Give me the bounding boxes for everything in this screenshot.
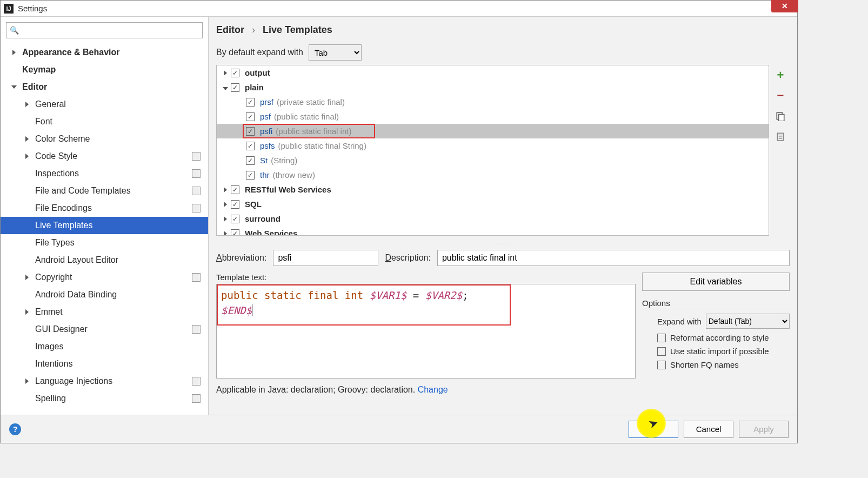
template-group[interactable]: SQL bbox=[217, 197, 769, 211]
template-checkbox[interactable] bbox=[246, 98, 255, 107]
copy-template-button[interactable] bbox=[773, 109, 787, 123]
expand-label: By default expand with bbox=[216, 48, 303, 57]
sidebar-item[interactable]: Android Data Binding bbox=[1, 286, 208, 303]
expand-arrow-icon[interactable] bbox=[220, 200, 231, 209]
template-text-editor[interactable]: public static final int $VAR1$ = $VAR2$;… bbox=[216, 284, 636, 379]
template-item[interactable]: prsf(private static final) bbox=[217, 95, 769, 109]
add-template-button[interactable]: + bbox=[773, 68, 787, 82]
breadcrumb-root: Editor bbox=[216, 24, 244, 36]
project-scope-icon bbox=[192, 273, 201, 282]
sidebar-item[interactable]: Appearance & Behavior bbox=[1, 44, 208, 61]
dialog-footer: ? OK Cancel Apply bbox=[1, 415, 797, 443]
help-button[interactable]: ? bbox=[9, 423, 21, 435]
template-item[interactable]: thr(throw new) bbox=[217, 168, 769, 182]
group-checkbox[interactable] bbox=[231, 83, 239, 92]
sidebar-tree[interactable]: Appearance & BehaviorKeymapEditorGeneral… bbox=[1, 44, 208, 415]
breadcrumb: Editor › Live Templates bbox=[216, 22, 790, 40]
sidebar-item[interactable]: Android Layout Editor bbox=[1, 251, 208, 269]
template-group[interactable]: RESTful Web Services bbox=[217, 182, 769, 197]
ok-button[interactable]: OK bbox=[629, 421, 678, 438]
sidebar-item[interactable]: File and Code Templates bbox=[1, 182, 208, 200]
static-import-label: Use static import if possible bbox=[670, 347, 769, 356]
cancel-button[interactable]: Cancel bbox=[684, 421, 733, 438]
group-checkbox[interactable] bbox=[231, 229, 239, 236]
paste-template-button[interactable] bbox=[773, 130, 787, 144]
template-item[interactable]: psfs(public static final String) bbox=[217, 138, 769, 153]
sidebar: 🔍 Appearance & BehaviorKeymapEditorGener… bbox=[1, 17, 209, 415]
sidebar-item[interactable]: Font bbox=[1, 113, 208, 130]
sidebar-item[interactable]: File Encodings bbox=[1, 200, 208, 217]
sidebar-item[interactable]: Language Injections bbox=[1, 373, 208, 390]
sidebar-item[interactable]: File Types bbox=[1, 234, 208, 251]
template-item[interactable]: psf(public static final) bbox=[217, 109, 769, 124]
template-group[interactable]: Web Services bbox=[217, 226, 769, 236]
window-close-button[interactable]: ✕ bbox=[771, 0, 798, 12]
template-checkbox[interactable] bbox=[246, 171, 255, 180]
sidebar-item[interactable]: General bbox=[1, 96, 208, 113]
group-checkbox[interactable] bbox=[231, 215, 239, 223]
template-checkbox[interactable] bbox=[246, 156, 255, 165]
expand-arrow-icon[interactable] bbox=[220, 214, 231, 223]
project-scope-icon bbox=[192, 377, 201, 386]
breadcrumb-leaf: Live Templates bbox=[263, 24, 332, 36]
templates-tree[interactable]: outputplainprsf(private static final)psf… bbox=[216, 65, 769, 236]
template-group[interactable]: surround bbox=[217, 211, 769, 226]
description-input[interactable] bbox=[437, 250, 790, 266]
expand-with-select[interactable]: Default (Tab) bbox=[706, 314, 790, 329]
abbreviation-input[interactable] bbox=[273, 250, 378, 266]
sidebar-item[interactable]: Code Style bbox=[1, 148, 208, 165]
apply-button[interactable]: Apply bbox=[739, 421, 789, 438]
project-scope-icon bbox=[192, 187, 201, 195]
description-label: Description: bbox=[385, 253, 430, 263]
sidebar-item[interactable]: Inspections bbox=[1, 165, 208, 182]
sidebar-item[interactable]: Emmet bbox=[1, 303, 208, 321]
sidebar-item[interactable]: Intentions bbox=[1, 355, 208, 373]
titlebar: IJ Settings bbox=[1, 1, 797, 17]
settings-window: ✕ IJ Settings 🔍 Appearance & BehaviorKey… bbox=[0, 0, 798, 443]
expand-with-label: Expand with bbox=[657, 317, 702, 326]
template-item[interactable]: St(String) bbox=[217, 153, 769, 168]
project-scope-icon bbox=[192, 325, 201, 334]
reformat-label: Reformat according to style bbox=[670, 333, 769, 342]
project-scope-icon bbox=[192, 204, 201, 213]
svg-rect-1 bbox=[779, 115, 784, 121]
template-group[interactable]: plain bbox=[217, 80, 769, 95]
template-checkbox[interactable] bbox=[246, 142, 255, 150]
window-title: Settings bbox=[18, 4, 47, 13]
expand-select[interactable]: Tab bbox=[309, 44, 362, 61]
expand-arrow-icon[interactable] bbox=[220, 68, 231, 77]
search-icon: 🔍 bbox=[10, 26, 19, 35]
sidebar-item[interactable]: Copyright bbox=[1, 269, 208, 286]
edit-variables-button[interactable]: Edit variables bbox=[642, 273, 790, 291]
group-checkbox[interactable] bbox=[231, 185, 239, 194]
group-checkbox[interactable] bbox=[231, 69, 239, 77]
reformat-checkbox[interactable] bbox=[657, 334, 666, 342]
search-input[interactable] bbox=[21, 26, 199, 35]
project-scope-icon bbox=[192, 152, 201, 161]
search-box[interactable]: 🔍 bbox=[6, 22, 203, 38]
expand-arrow-icon[interactable] bbox=[220, 229, 231, 236]
group-checkbox[interactable] bbox=[231, 200, 239, 209]
expand-arrow-icon[interactable] bbox=[220, 185, 231, 194]
template-checkbox[interactable] bbox=[246, 127, 255, 136]
sidebar-item[interactable]: Spelling bbox=[1, 390, 208, 407]
shorten-fq-label: Shorten FQ names bbox=[670, 360, 739, 369]
main-panel: Editor › Live Templates By default expan… bbox=[209, 17, 797, 415]
sidebar-item[interactable]: Color Scheme bbox=[1, 130, 208, 148]
splitter-handle[interactable]: ⋯⋯ bbox=[216, 240, 790, 245]
project-scope-icon bbox=[192, 169, 201, 178]
sidebar-item[interactable]: Keymap bbox=[1, 61, 208, 78]
static-import-checkbox[interactable] bbox=[657, 347, 666, 356]
change-context-link[interactable]: Change bbox=[418, 385, 448, 394]
template-item[interactable]: psfi(public static final int) bbox=[217, 124, 769, 138]
remove-template-button[interactable]: − bbox=[773, 89, 787, 103]
template-checkbox[interactable] bbox=[246, 112, 255, 121]
sidebar-item[interactable]: Live Templates bbox=[1, 217, 208, 234]
shorten-fq-checkbox[interactable] bbox=[657, 361, 666, 369]
sidebar-item[interactable]: GUI Designer bbox=[1, 321, 208, 338]
sidebar-item[interactable]: Editor bbox=[1, 78, 208, 96]
sidebar-item[interactable]: Images bbox=[1, 338, 208, 355]
expand-arrow-icon[interactable] bbox=[220, 83, 231, 92]
breadcrumb-sep: › bbox=[252, 24, 255, 36]
template-group[interactable]: output bbox=[217, 65, 769, 80]
